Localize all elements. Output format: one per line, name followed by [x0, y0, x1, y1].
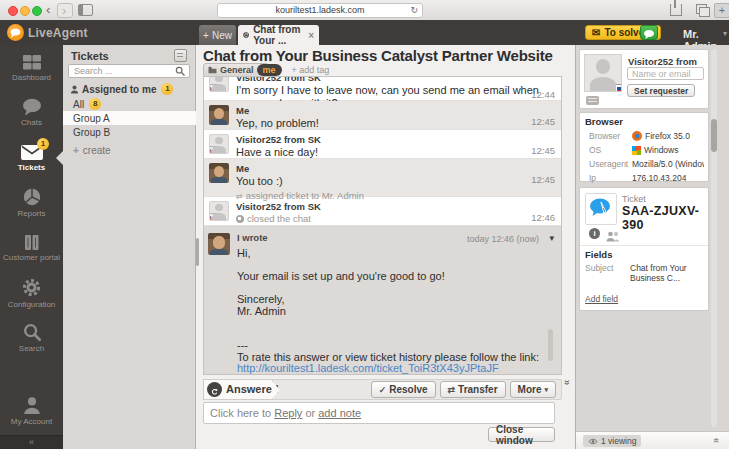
new-browser-tab-button[interactable]: + [714, 3, 729, 18]
sidebar-toggle-icon[interactable] [78, 4, 93, 16]
share-icon[interactable] [670, 4, 682, 16]
reply-link[interactable]: Reply [274, 407, 302, 419]
system-note: closed the chat [236, 213, 555, 225]
main-scrollbar-thumb[interactable] [196, 238, 199, 266]
resolve-button[interactable]: ✓Resolve [371, 381, 436, 398]
check-icon: ✓ [379, 385, 387, 395]
filter-assigned-to-me[interactable]: Assigned to me 1 [63, 82, 196, 96]
online-chat-button[interactable] [640, 25, 658, 40]
plus-icon: + [73, 145, 79, 156]
message-options-caret[interactable]: ▾ [549, 233, 554, 243]
address-bar[interactable]: kouriltest1.ladesk.com ↻ [217, 3, 423, 18]
panel-layout-icon[interactable] [174, 49, 187, 62]
sidebar-collapse-button[interactable]: « [0, 435, 63, 449]
chevron-down-icon[interactable]: ▾ [723, 29, 727, 38]
subject-label: Subject [585, 263, 613, 273]
folder-icon [208, 66, 217, 74]
add-note-link[interactable]: add note [318, 407, 361, 419]
message-time: 12:46 [531, 212, 555, 223]
back-icon[interactable]: ‹ [46, 1, 50, 19]
more-label: More [518, 384, 542, 395]
forward-button[interactable]: › [57, 3, 73, 18]
collapse-panel-icon[interactable]: « [712, 438, 723, 444]
add-tag-button[interactable]: + add tag [292, 65, 330, 75]
filter-label: All [73, 99, 84, 110]
message-text: I'm sorry I have to leave now, can you s… [236, 84, 555, 101]
sk-flag-icon [209, 84, 220, 92]
conversation-thread: Visitor252 from SK I'm sorry I have to l… [203, 76, 562, 375]
email-timestamp: today 12:46 (now) [467, 234, 539, 244]
window-zoom-button[interactable] [32, 6, 42, 16]
info-icon[interactable]: i [589, 228, 600, 239]
transfer-button[interactable]: ⇄Transfer [440, 381, 506, 398]
participants-icon[interactable] [606, 228, 620, 246]
transfer-label: Transfer [458, 384, 497, 395]
close-window-button[interactable]: Close window [488, 427, 555, 442]
create-filter-button[interactable]: +create [73, 145, 111, 156]
message-text: Yep, no problem! [236, 117, 555, 130]
add-tag-label: add tag [299, 65, 329, 75]
viewing-badge: 1 viewing [583, 435, 641, 447]
chat-message-agent: Me You too :) ⇄assigned ticket to Mr. Ad… [204, 159, 561, 197]
more-button[interactable]: More▾ [510, 381, 556, 398]
visitor-avatar [209, 134, 229, 154]
assignee-me-badge[interactable]: me [257, 64, 282, 76]
ticket-detail-main: Chat from Your Business Catalyst Partner… [196, 45, 575, 449]
sidebar-item-search[interactable]: Search [0, 315, 63, 360]
agent-avatar [208, 233, 230, 255]
email-footer: Powered by LiveAgent. [237, 375, 555, 376]
panel-scrollbar-thumb[interactable] [711, 119, 717, 152]
books-icon [22, 234, 42, 251]
info-label: Ip [589, 173, 596, 183]
sidebar-item-tickets[interactable]: Tickets 1 [0, 135, 63, 180]
message-time: 12:45 [531, 145, 555, 156]
thread-scrollbar-thumb[interactable] [548, 329, 553, 361]
sk-flag-icon [209, 213, 220, 221]
filter-group-b[interactable]: Group B [63, 125, 196, 139]
ticket-info-panel: Visitor252 from SK Set requester Browser… [575, 45, 729, 449]
resolve-label: Resolve [389, 384, 427, 395]
sidebar-item-reports[interactable]: Reports [0, 180, 63, 225]
filter-group-a[interactable]: Group A [63, 111, 196, 125]
department-tag-label: General [220, 65, 254, 75]
sidebar-label: Reports [17, 209, 45, 218]
sidebar-item-dashboard[interactable]: Dashboard [0, 45, 63, 90]
filter-all[interactable]: All 8 [63, 97, 196, 111]
ticket-history-link[interactable]: http://kouriltest1.ladesk.com/ticket_Toi… [237, 363, 555, 375]
window-minimize-button[interactable] [20, 6, 30, 16]
collapse-reply-area-icon[interactable]: « [561, 380, 572, 386]
tab-overview-icon[interactable] [696, 4, 707, 14]
message-time: 12:45 [531, 116, 555, 127]
requester-name-input[interactable] [627, 67, 704, 80]
ticket-actions: ✓Resolve ⇄Transfer More▾ [371, 381, 556, 398]
filter-label: Assigned to me [82, 84, 156, 95]
count-badge: 1 [161, 83, 173, 95]
subject-value: Chat from Your Business C... [630, 263, 708, 283]
window-close-button[interactable] [8, 6, 18, 16]
tab-chat-active[interactable]: Chat from Your ... × [238, 25, 319, 45]
info-row: Browser Firefox 35.0 [580, 129, 708, 143]
gear-icon [21, 277, 42, 298]
panel-scrollbar-track[interactable] [711, 49, 717, 427]
sidebar-item-configuration[interactable]: Configuration [0, 270, 63, 315]
liveagent-logo-icon [7, 24, 24, 41]
system-note-text: closed the chat [247, 213, 311, 224]
add-field-link[interactable]: Add field [585, 294, 618, 304]
sidebar-item-my-account[interactable]: My Account [0, 388, 63, 433]
visitor-avatar [209, 77, 229, 92]
envelope-icon: ✉ [592, 27, 600, 38]
tab-new-ticket[interactable]: + New [199, 25, 236, 45]
reply-input[interactable]: Click here to Reply or add note [203, 402, 555, 424]
forward-icon: › [62, 2, 66, 20]
reload-icon[interactable]: ↻ [410, 4, 418, 17]
person-icon [22, 396, 42, 415]
ticket-search-input[interactable] [68, 64, 190, 78]
keyboard-icon[interactable] [586, 96, 599, 105]
set-requester-button[interactable]: Set requester [627, 84, 695, 97]
visitor-avatar [209, 201, 229, 221]
sidebar-item-customer-portal[interactable]: Customer portal [0, 225, 63, 270]
sidebar-item-chats[interactable]: Chats [0, 90, 63, 135]
message-author: Visitor252 from SK [236, 201, 555, 212]
app-header: LiveAgent + New Chat from Your ... × ✉ T… [0, 20, 729, 45]
tab-close-icon[interactable]: × [308, 30, 314, 41]
